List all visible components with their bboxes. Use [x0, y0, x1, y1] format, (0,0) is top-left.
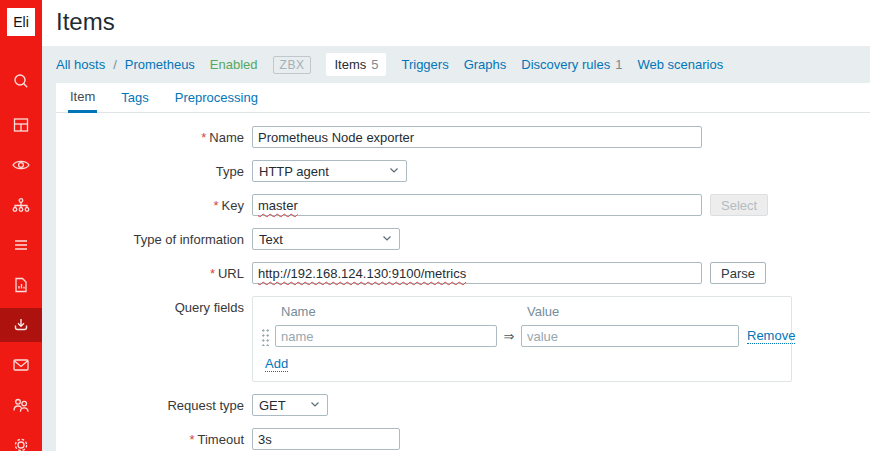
sidebar-item-reports[interactable]: [0, 268, 42, 302]
request-type-label: Request type: [56, 398, 244, 413]
app-logo[interactable]: Eli: [7, 8, 35, 36]
required-mark: *: [201, 130, 206, 145]
type-of-information-select[interactable]: Text: [252, 228, 400, 250]
request-type-value: GET: [259, 398, 286, 413]
discovery-rules-count: 1: [615, 57, 622, 72]
row-type: Type HTTP agent: [56, 160, 870, 182]
sidebar-item-inventory[interactable]: [0, 228, 42, 262]
query-field-row: ⇒ Remove: [259, 325, 781, 347]
hostnav-discovery-rules[interactable]: Discovery rules 1: [521, 57, 622, 72]
row-request-type: Request type GET: [56, 394, 870, 416]
parse-button[interactable]: Parse: [710, 262, 766, 284]
zbx-badge: ZBX: [273, 56, 312, 74]
page-title: Items: [56, 8, 115, 36]
query-col-name: Name: [275, 304, 497, 319]
envelope-icon: [11, 355, 31, 375]
arrow-right-icon: ⇒: [497, 329, 521, 344]
page-header: Items: [42, 0, 870, 46]
eye-icon: [11, 155, 31, 175]
dashboards-icon: [11, 115, 31, 135]
name-label: Name: [209, 130, 244, 145]
sidebar-item-monitoring[interactable]: [0, 148, 42, 182]
sidebar-item-data-collection[interactable]: [0, 308, 42, 342]
query-value-input[interactable]: [521, 325, 739, 347]
sidebar-item-users[interactable]: [0, 388, 42, 422]
type-select[interactable]: HTTP agent: [252, 160, 407, 182]
timeout-input[interactable]: [252, 428, 400, 450]
tab-tags[interactable]: Tags: [119, 83, 150, 112]
breadcrumb-host[interactable]: Prometheus: [125, 57, 195, 72]
breadcrumb-separator: /: [113, 57, 117, 72]
sidebar-item-alerts[interactable]: [0, 348, 42, 382]
breadcrumb: All hosts / Prometheus: [56, 57, 195, 72]
url-label: URL: [218, 266, 244, 281]
query-add-link[interactable]: Add: [265, 356, 288, 372]
tab-item[interactable]: Item: [68, 83, 97, 113]
row-query-fields: Query fields Name Value ⇒ Remove: [56, 296, 870, 382]
sidebar-item-administration[interactable]: [0, 428, 42, 451]
report-icon: [11, 275, 31, 295]
sidebar: Eli: [0, 0, 42, 451]
key-label: Key: [222, 198, 244, 213]
query-name-input[interactable]: [275, 325, 497, 347]
type-select-value: HTTP agent: [259, 164, 329, 179]
query-fields-header: Name Value: [259, 304, 781, 325]
hostnav-items[interactable]: Items 5: [326, 53, 386, 76]
main-area: Items All hosts / Prometheus Enabled ZBX…: [42, 0, 870, 451]
query-col-value: Value: [521, 304, 739, 319]
url-input[interactable]: http://192.168.124.130:9100/metrics: [252, 262, 702, 284]
row-url: *URL http://192.168.124.130:9100/metrics…: [56, 262, 870, 284]
tab-bar: Item Tags Preprocessing: [56, 83, 870, 113]
type-of-information-label: Type of information: [56, 232, 244, 247]
chevron-down-icon: [388, 164, 400, 179]
required-mark: *: [189, 432, 194, 447]
query-fields-label: Query fields: [56, 296, 244, 315]
list-icon: [11, 235, 31, 255]
url-value: http://192.168.124.130:9100/metrics: [258, 266, 466, 281]
name-input[interactable]: [252, 126, 702, 148]
hostnav-web-scenarios[interactable]: Web scenarios: [637, 57, 723, 72]
row-key: *Key master Select: [56, 194, 870, 216]
key-input[interactable]: master: [252, 194, 702, 216]
items-count: 5: [371, 57, 378, 72]
row-timeout: *Timeout: [56, 428, 870, 450]
item-form-card: Item Tags Preprocessing *Name Type HTTP …: [56, 83, 870, 451]
users-icon: [11, 395, 31, 415]
tab-preprocessing[interactable]: Preprocessing: [173, 83, 260, 112]
breadcrumb-bar: All hosts / Prometheus Enabled ZBX Items…: [42, 46, 870, 83]
sidebar-item-search[interactable]: [0, 65, 42, 99]
chevron-down-icon: [309, 398, 321, 413]
type-label: Type: [56, 164, 244, 179]
host-status-enabled: Enabled: [210, 57, 258, 72]
sidebar-item-dashboards[interactable]: [0, 108, 42, 142]
timeout-label: Timeout: [198, 432, 244, 447]
download-icon: [11, 315, 31, 335]
required-mark: *: [210, 266, 215, 281]
request-type-select[interactable]: GET: [252, 394, 328, 416]
chevron-down-icon: [381, 232, 393, 247]
key-value: master: [258, 198, 298, 213]
row-name: *Name: [56, 126, 870, 148]
search-icon: [11, 72, 31, 92]
hostnav-graphs[interactable]: Graphs: [464, 57, 507, 72]
key-select-button[interactable]: Select: [710, 194, 768, 216]
row-type-of-information: Type of information Text: [56, 228, 870, 250]
type-of-information-value: Text: [259, 232, 283, 247]
gear-icon: [11, 435, 31, 451]
host-nav: Items 5 Triggers Graphs Discovery rules …: [326, 53, 723, 76]
hostnav-triggers[interactable]: Triggers: [401, 57, 448, 72]
query-remove-link[interactable]: Remove: [747, 328, 795, 344]
query-fields-box: Name Value ⇒ Remove Add: [252, 296, 792, 382]
item-form: *Name Type HTTP agent *Key master Select…: [56, 113, 870, 450]
breadcrumb-all-hosts[interactable]: All hosts: [56, 57, 105, 72]
drag-handle[interactable]: [261, 327, 270, 346]
services-icon: [11, 195, 31, 215]
sidebar-item-services[interactable]: [0, 188, 42, 222]
required-mark: *: [214, 198, 219, 213]
